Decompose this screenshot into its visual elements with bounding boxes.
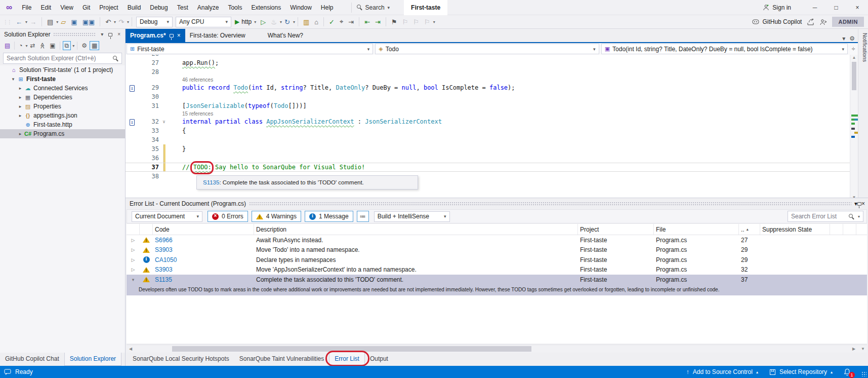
chevron-down-icon[interactable]: ▾: [56, 20, 58, 24]
rule-code-link[interactable]: S1135: [153, 276, 254, 283]
code-line[interactable]: 37// TODO: Say hello to SonarQube for Vi…: [126, 163, 850, 172]
code-line[interactable]: ↥32∨internal partial class AppJsonSerial…: [126, 117, 850, 126]
close-icon[interactable]: ×: [177, 32, 181, 39]
error-row[interactable]: ▷S3903Move 'Todo' into a named namespace…: [127, 245, 867, 255]
solution-explorer-search-input[interactable]: Search Solution Explorer (Ctrl+è): [3, 53, 122, 64]
warnings-filter-button[interactable]: 4 Warnings: [252, 211, 301, 222]
document-tab-what-s-new-[interactable]: What's New?: [263, 29, 308, 42]
codelens-references[interactable]: 46 references: [126, 77, 850, 83]
tree-item-connected-services[interactable]: ▸☁Connected Services: [0, 84, 125, 93]
copy-icon[interactable]: ▣: [48, 42, 57, 50]
scroll-right-icon[interactable]: ▶: [850, 345, 858, 353]
errors-filter-button[interactable]: 0 Errors: [208, 211, 248, 222]
menu-debug[interactable]: Debug: [145, 2, 172, 13]
code-line[interactable]: 27app.Run();: [126, 58, 850, 67]
editor-vertical-scrollbar[interactable]: ▲ ▼: [850, 55, 858, 200]
tree-item-solution-first-taste-1-of-1-project-[interactable]: ⌂Solution 'First-taste' (1 of 1 project): [0, 65, 125, 74]
menu-tools[interactable]: Tools: [223, 2, 246, 13]
menu-help[interactable]: Help: [316, 2, 338, 13]
maximize-button[interactable]: □: [825, 2, 847, 13]
previous-bookmark-button[interactable]: ⚐: [400, 17, 410, 27]
chevron-down-icon[interactable]: ▾: [114, 20, 116, 24]
header-description[interactable]: Description: [254, 224, 578, 235]
header-project[interactable]: Project: [578, 224, 654, 235]
scroll-up-icon[interactable]: ▲: [850, 55, 858, 60]
undo-button[interactable]: ↶: [103, 17, 113, 27]
header-file[interactable]: File: [654, 224, 739, 235]
hot-reload-button[interactable]: ♨: [269, 17, 279, 27]
minimize-button[interactable]: ─: [804, 2, 825, 13]
admin-account-badge[interactable]: ADMIN: [832, 17, 864, 27]
member-dropdown[interactable]: ▣ Todo(int Id, string? Title, DateOnly? …: [601, 44, 848, 54]
pending-changes-filter-icon[interactable]: ◔: [17, 42, 24, 50]
gear-icon[interactable]: ⚙: [849, 35, 855, 42]
rule-code-link[interactable]: S6966: [153, 237, 254, 244]
menu-test[interactable]: Test: [173, 2, 193, 13]
error-list-search-input[interactable]: Search Error List ▾: [788, 211, 863, 222]
menu-build[interactable]: Build: [123, 2, 146, 13]
window-position-icon[interactable]: ▾: [98, 31, 106, 37]
code-line[interactable]: 33{: [126, 126, 850, 135]
rule-code-link[interactable]: S3903: [153, 266, 254, 273]
scroll-left-icon[interactable]: ◀: [127, 345, 135, 353]
tree-item-appsettings-json[interactable]: ▸{}appsettings.json: [0, 111, 125, 120]
decrease-indent-button[interactable]: ⇤: [362, 17, 372, 27]
comment-lines-button[interactable]: ⇥: [346, 17, 356, 27]
tree-item-first-taste[interactable]: ▾⊞First-taste: [0, 74, 125, 84]
close-icon[interactable]: ×: [115, 31, 123, 37]
collapse-all-icon[interactable]: ≪: [38, 41, 47, 51]
tab-output[interactable]: Output: [365, 353, 393, 366]
codelens-references[interactable]: 15 references: [126, 110, 850, 117]
menu-window[interactable]: Window: [285, 2, 316, 13]
menu-extensions[interactable]: Extensions: [246, 2, 285, 13]
header-line[interactable]: ..▴: [739, 224, 760, 235]
tree-item-dependencies[interactable]: ▸▦Dependencies: [0, 93, 125, 102]
share-icon[interactable]: [807, 19, 814, 25]
feedback-icon[interactable]: [4, 369, 11, 375]
scope-dropdown[interactable]: Current Document ▾: [132, 211, 202, 222]
spell-checker-button[interactable]: ✓: [327, 17, 337, 27]
start-without-debugging-button[interactable]: ▷: [259, 17, 268, 27]
panel-drag-handle[interactable]: [249, 202, 851, 206]
toolbar-grip[interactable]: ⋮⋮: [3, 19, 11, 25]
rule-code-link[interactable]: CA1050: [153, 256, 254, 263]
rule-code-link[interactable]: S3903: [153, 246, 254, 253]
error-row[interactable]: ▷S6966Await RunAsync instead.First-taste…: [127, 235, 867, 245]
expander-icon[interactable]: ▸: [17, 104, 23, 109]
navigate-forward-button[interactable]: →: [28, 17, 38, 27]
live-share-icon[interactable]: [819, 19, 827, 25]
sync-namespaces-icon[interactable]: ⇄: [29, 42, 37, 50]
tab-sonarqube-local-security-hotspots[interactable]: SonarQube Local Security Hotspots: [128, 353, 234, 366]
tree-item-first-taste-http[interactable]: ⊕First-taste.http: [0, 120, 125, 129]
navigate-backward-history-button[interactable]: ⌂: [312, 17, 320, 27]
expander-icon[interactable]: ▸: [17, 131, 23, 136]
menu-project[interactable]: Project: [95, 2, 122, 13]
add-to-source-control-button[interactable]: ↑ Add to Source Control ▴: [686, 368, 758, 375]
new-project-button[interactable]: ▤: [45, 17, 55, 27]
chevron-down-icon[interactable]: ▾: [293, 20, 295, 24]
restart-button[interactable]: ↻: [282, 17, 292, 27]
header-suppression-state[interactable]: Suppression State: [760, 224, 830, 235]
close-button[interactable]: ×: [847, 2, 868, 13]
type-dropdown[interactable]: ◈ Todo ▾: [375, 44, 599, 54]
tab-list-chevron-icon[interactable]: ▾: [842, 35, 845, 42]
code-line[interactable]: 34: [126, 135, 850, 144]
rule-id-link[interactable]: S1135: [203, 179, 219, 185]
code-line[interactable]: 30: [126, 92, 850, 101]
redo-button[interactable]: ↷: [116, 17, 126, 27]
document-tab-program-cs-[interactable]: Program.cs*×: [126, 29, 185, 42]
title-search-box[interactable]: Search ▾: [351, 3, 395, 13]
code-line[interactable]: 36: [126, 154, 850, 163]
save-all-button[interactable]: ▣▣: [80, 17, 97, 27]
pin-icon[interactable]: [106, 31, 115, 37]
next-bookmark-button[interactable]: ⚐: [411, 17, 421, 27]
split-window-button[interactable]: ÷: [849, 46, 858, 53]
pin-icon[interactable]: [857, 200, 861, 207]
tree-item-program-cs[interactable]: ▸C#Program.cs: [0, 129, 125, 138]
chevron-down-icon[interactable]: ▾: [72, 44, 74, 48]
code-editor[interactable]: 2627app.Run();2846 references↥29public r…: [126, 55, 858, 200]
scrollbar-thumb[interactable]: [852, 62, 856, 90]
panel-drag-handle[interactable]: [53, 32, 95, 36]
header-code[interactable]: Code: [153, 224, 254, 235]
error-row[interactable]: ▷S3903Move 'AppJsonSerializerContext' in…: [127, 265, 867, 275]
